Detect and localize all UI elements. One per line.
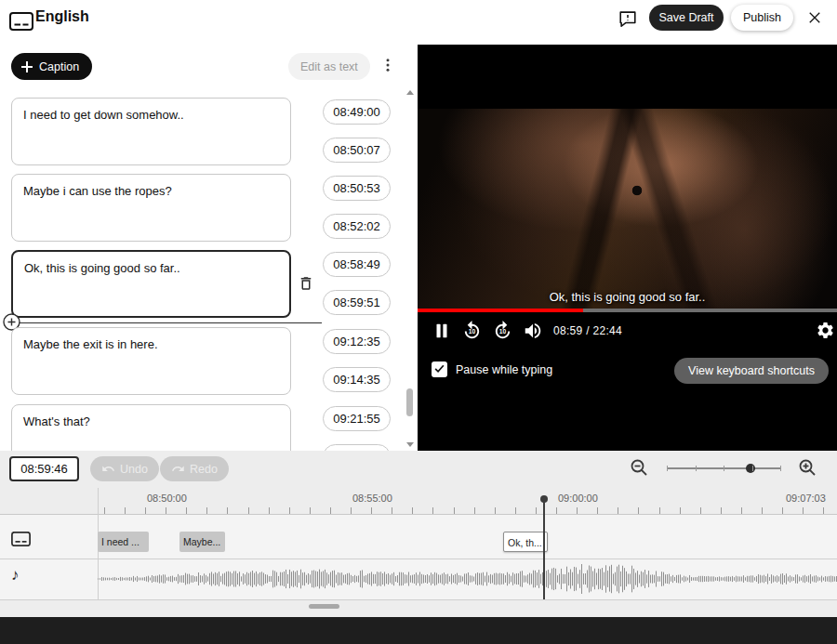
zoom-out-icon — [630, 458, 648, 480]
ruler-tick — [289, 507, 290, 514]
caption-text-box[interactable]: Ok, this is going good so far.. — [11, 250, 291, 318]
page-title: English — [35, 8, 89, 25]
feedback-icon — [618, 8, 638, 32]
gear-icon — [816, 321, 835, 343]
redo-label: Redo — [190, 463, 218, 476]
ruler-tick — [474, 507, 475, 514]
redo-button[interactable]: Redo — [160, 456, 229, 481]
undo-icon — [101, 462, 115, 476]
svg-text:10: 10 — [498, 328, 506, 335]
caption-row: What's that? 09:21:55 — [11, 404, 406, 451]
ruler-tick — [166, 507, 166, 514]
delete-caption-button[interactable] — [296, 274, 316, 295]
ruler-tick — [597, 507, 598, 514]
start-time-pill[interactable]: 08:58:49 — [323, 252, 391, 277]
start-time-pill[interactable]: 08:49:00 — [323, 99, 391, 125]
ruler-tick — [412, 507, 413, 514]
volume-button[interactable] — [521, 320, 545, 344]
ruler-tick — [638, 507, 639, 514]
caption-track-lane[interactable]: I need ...Maybe...Ok, th... — [0, 514, 837, 559]
audio-track-lane[interactable] — [0, 559, 837, 599]
insert-caption-divider — [9, 322, 322, 323]
lane-divider — [0, 599, 837, 600]
zoom-slider-tick — [780, 466, 781, 471]
start-time-pill[interactable]: 08:50:53 — [323, 176, 391, 201]
current-time-input[interactable]: 08:59:46 — [9, 456, 79, 481]
start-time-pill[interactable]: 09:12:35 — [323, 329, 391, 354]
add-caption-label: Caption — [39, 60, 79, 73]
end-time-pill[interactable]: 08:50:07 — [323, 138, 391, 163]
caption-text-box[interactable]: What's that? — [11, 404, 291, 451]
zoom-in-button[interactable] — [798, 459, 817, 478]
end-time-pill[interactable]: 09:14:35 — [323, 367, 391, 392]
zoom-slider[interactable] — [667, 462, 781, 475]
settings-button[interactable] — [813, 320, 837, 344]
timeline-caption-segment[interactable]: Ok, th... — [503, 532, 548, 552]
caption-list-panel: Caption Edit as text I need to get down … — [0, 45, 418, 451]
playhead[interactable] — [543, 500, 545, 599]
ruler-tick — [515, 507, 516, 514]
close-icon — [806, 9, 823, 29]
caption-row-selected: Ok, this is going good so far.. 08:58:49… — [11, 250, 406, 318]
ruler-label: 09:07:03 — [786, 493, 826, 504]
ruler-tick — [371, 507, 372, 514]
caption-text-box[interactable]: I need to get down somehow.. — [11, 98, 291, 165]
ruler-tick — [762, 507, 763, 514]
rewind-10-button[interactable]: 10 — [459, 320, 484, 344]
timeline-section: 08:59:46 Undo Redo 08 — [0, 451, 837, 617]
pause-while-typing-checkbox[interactable] — [432, 361, 447, 377]
caption-editor-app: English Save Draft Publish Caption Edit … — [0, 0, 837, 644]
timeline-caption-segment[interactable]: Maybe... — [179, 532, 225, 552]
checkmark-icon — [433, 361, 445, 378]
caption-text-box[interactable]: Maybe i can use the ropes? — [11, 174, 291, 242]
timeline-ruler[interactable]: 08:50:0008:55:0009:00:0009:07:03 — [0, 488, 837, 514]
ruler-tick — [618, 507, 618, 514]
ruler-tick — [351, 507, 352, 514]
ruler-tick — [206, 507, 207, 514]
video-frame[interactable]: Ok, this is going good so far.. — [418, 109, 837, 310]
zoom-slider-tick — [696, 466, 697, 471]
ruler-tick — [248, 507, 249, 514]
start-time-pill[interactable]: 09:21:55 — [323, 406, 391, 431]
keyboard-shortcuts-button[interactable]: View keyboard shortcuts — [674, 358, 829, 384]
forward-10-button[interactable]: 10 — [490, 320, 514, 344]
caption-row: Maybe the exit is in here. 09:12:35 09:1… — [11, 327, 406, 395]
end-time-pill[interactable]: 08:52:02 — [323, 214, 391, 239]
publish-button[interactable]: Publish — [731, 5, 793, 31]
timeline-resize-handle[interactable] — [309, 604, 339, 609]
end-time-pill[interactable] — [323, 444, 391, 451]
zoom-in-icon — [798, 458, 817, 480]
ruler-tick — [556, 507, 557, 514]
zoom-out-button[interactable] — [630, 459, 648, 478]
feedback-button[interactable] — [615, 7, 641, 33]
scroll-down-arrow[interactable] — [406, 442, 414, 447]
ruler-tick — [577, 507, 578, 514]
video-progress-bar[interactable] — [418, 309, 837, 312]
scroll-up-arrow[interactable] — [406, 90, 414, 95]
close-button[interactable] — [804, 7, 826, 30]
ruler-tick — [392, 507, 392, 514]
add-caption-button[interactable]: Caption — [11, 53, 92, 80]
caption-list-scrollbar[interactable] — [405, 88, 415, 451]
trash-icon — [298, 275, 314, 295]
ruler-tick — [186, 507, 187, 514]
pause-icon — [432, 321, 452, 344]
zoom-slider-knob[interactable] — [746, 464, 755, 473]
undo-button[interactable]: Undo — [90, 456, 159, 481]
captions-badge-icon — [9, 12, 33, 34]
caption-text-box[interactable]: Maybe the exit is in here. — [11, 327, 291, 395]
more-options-button[interactable] — [377, 55, 399, 77]
undo-label: Undo — [120, 463, 148, 476]
pause-button[interactable] — [430, 320, 454, 344]
audio-waveform — [98, 560, 837, 598]
ruler-tick — [125, 507, 126, 514]
zoom-slider-tick — [724, 466, 724, 471]
playhead-handle[interactable] — [540, 495, 548, 503]
scrollbar-thumb[interactable] — [406, 388, 413, 416]
save-draft-button[interactable]: Save Draft — [649, 5, 724, 31]
end-time-pill[interactable]: 08:59:51 — [323, 290, 391, 315]
ruler-tick — [269, 507, 270, 514]
edit-as-text-button[interactable]: Edit as text — [288, 53, 370, 80]
timeline-caption-segment[interactable]: I need ... — [98, 532, 149, 552]
svg-text:10: 10 — [468, 328, 475, 335]
